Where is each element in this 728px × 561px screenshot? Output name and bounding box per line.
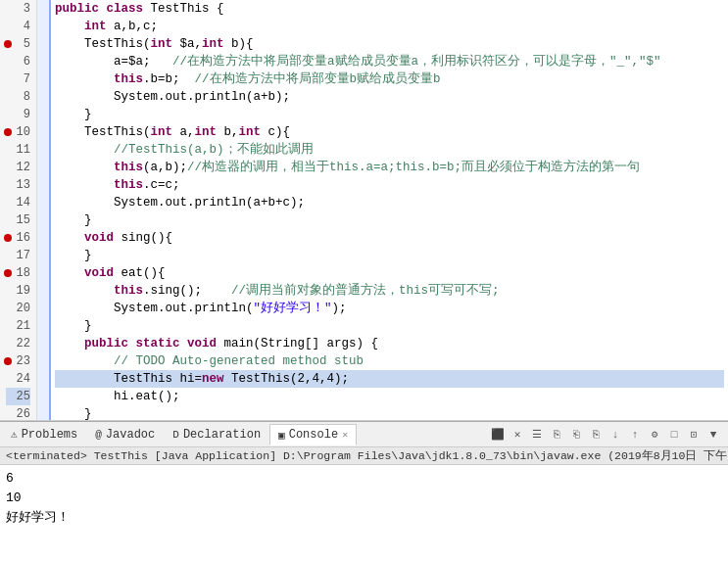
line-number-gutter: 3456789101112131415161718192021222324252…: [0, 0, 37, 420]
tab-declaration[interactable]: DDeclaration: [164, 424, 269, 445]
code-line-6: a=$a; //在构造方法中将局部变量a赋给成员变量a，利用标识符区分，可以是字…: [55, 53, 724, 70]
code-line-27: }: [55, 405, 724, 420]
toolbar-btn-5[interactable]: ⎘: [587, 426, 605, 444]
code-line-16: void sing(){: [55, 229, 724, 247]
code-line-7: this.b=b; //在构造方法中将局部变量b赋给成员变量b: [55, 70, 724, 88]
code-line-9: }: [55, 106, 724, 123]
breakpoint-gutter: [37, 0, 51, 420]
console-tab-icon: ▣: [278, 429, 285, 442]
output-line: 6: [6, 469, 722, 489]
code-line-19: this.sing(); //调用当前对象的普通方法，this可写可不写;: [55, 282, 724, 300]
toolbar-btn-9[interactable]: □: [665, 426, 683, 444]
toolbar-btn-1[interactable]: ✕: [509, 426, 526, 444]
code-line-13: this.c=c;: [55, 176, 724, 194]
code-line-10: TestThis(int a,int b,int c){: [55, 123, 724, 141]
code-line-25: TestThis hi=new TestThis(2,4,4);: [55, 370, 724, 388]
code-line-8: System.out.println(a+b);: [55, 88, 724, 106]
code-line-11: //TestThis(a,b)；不能如此调用: [55, 141, 724, 159]
status-bar: <terminated> TestThis [Java Application]…: [0, 447, 728, 465]
console-output: 610好好学习！: [0, 465, 728, 561]
toolbar-btn-8[interactable]: ⚙: [646, 426, 663, 444]
code-line-4: int a,b,c;: [55, 18, 724, 35]
javadoc-tab-icon: @: [95, 429, 102, 441]
code-line-21: }: [55, 317, 724, 335]
javadoc-tab-label: Javadoc: [106, 428, 155, 442]
tab-problems[interactable]: ⚠Problems: [2, 424, 86, 445]
bottom-panel: ⚠Problems@JavadocDDeclaration▣Console✕⬛✕…: [0, 421, 728, 561]
code-editor: 3456789101112131415161718192021222324252…: [0, 0, 728, 421]
tab-toolbar: ⬛✕☰⎘⎗⎘↓↑⚙□⊡▼: [489, 426, 726, 444]
code-line-3: public class TestThis {: [55, 0, 724, 18]
code-line-14: System.out.println(a+b+c);: [55, 194, 724, 211]
tab-console[interactable]: ▣Console✕: [269, 424, 357, 445]
toolbar-btn-2[interactable]: ☰: [528, 426, 546, 444]
toolbar-btn-4[interactable]: ⎗: [567, 426, 585, 444]
code-line-26: hi.eat();: [55, 388, 724, 405]
toolbar-btn-6[interactable]: ↓: [607, 426, 624, 444]
toolbar-btn-10[interactable]: ⊡: [685, 426, 703, 444]
toolbar-btn-3[interactable]: ⎘: [548, 426, 565, 444]
code-line-12: this(a,b);//构造器的调用，相当于this.a=a;this.b=b;…: [55, 159, 724, 176]
code-line-18: void eat(){: [55, 264, 724, 282]
declaration-tab-icon: D: [172, 429, 179, 441]
toolbar-btn-0[interactable]: ⬛: [489, 426, 507, 444]
code-content[interactable]: public class TestThis { int a,b,c; TestT…: [51, 0, 728, 420]
code-line-24: // TODO Auto-generated method stub: [55, 352, 724, 370]
tabs-bar: ⚠Problems@JavadocDDeclaration▣Console✕⬛✕…: [0, 422, 728, 447]
output-line: 10: [6, 489, 722, 508]
output-line: 好好学习！: [6, 508, 722, 528]
code-line-15: }: [55, 211, 724, 229]
declaration-tab-label: Declaration: [183, 428, 261, 442]
console-tab-close[interactable]: ✕: [342, 429, 348, 441]
code-line-5: TestThis(int $a,int b){: [55, 35, 724, 53]
toolbar-btn-11[interactable]: ▼: [704, 426, 722, 444]
toolbar-btn-7[interactable]: ↑: [626, 426, 644, 444]
console-tab-label: Console: [289, 428, 338, 442]
problems-tab-label: Problems: [22, 428, 78, 442]
problems-tab-icon: ⚠: [11, 428, 18, 441]
tab-javadoc[interactable]: @Javadoc: [86, 424, 164, 445]
code-line-23: public static void main(String[] args) {: [55, 335, 724, 352]
code-line-17: }: [55, 247, 724, 264]
code-line-20: System.out.println("好好学习！");: [55, 300, 724, 317]
